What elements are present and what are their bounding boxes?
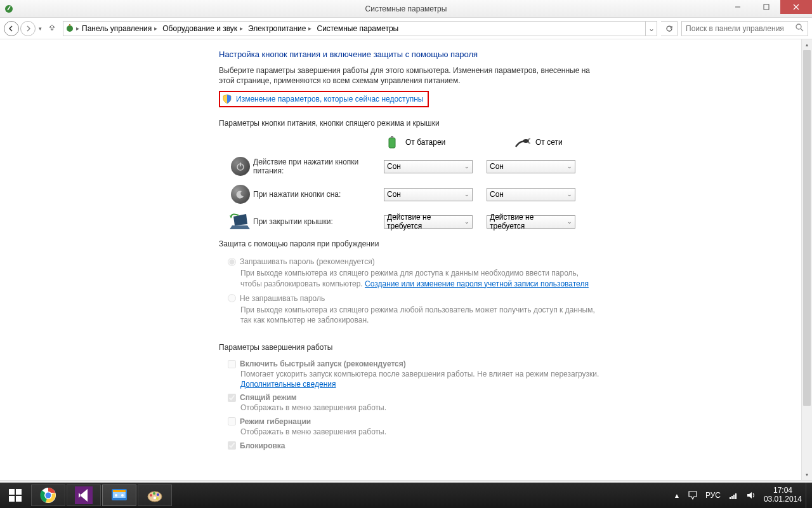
refresh-button[interactable]	[661, 21, 678, 36]
sleep-button-ac-dropdown[interactable]: Сон⌄	[487, 188, 575, 201]
power-button-icon	[228, 157, 253, 176]
sleep-desc: Отображать в меню завершения работы.	[240, 403, 599, 413]
setting-row-sleep-button: При нажатии кнопки сна: Сон⌄ Сон⌄	[219, 185, 599, 204]
checkbox-hibernate: Режим гибернации	[228, 417, 599, 426]
navbar: ▾ ▸ Панель управления▸ Оборудование и зв…	[0, 18, 812, 39]
svg-point-31	[115, 494, 117, 497]
power-button-battery-dropdown[interactable]: Сон⌄	[384, 160, 473, 173]
breadcrumb-item[interactable]: Оборудование и звук▸	[160, 22, 246, 36]
forward-button[interactable]	[20, 21, 36, 36]
svg-rect-22	[16, 496, 22, 502]
svg-rect-9	[389, 138, 395, 148]
svg-rect-41	[733, 495, 735, 499]
svg-rect-39	[730, 497, 731, 499]
section-password-title: Защита с помощью пароля при пробуждении	[219, 239, 599, 248]
setting-row-power-button: Действие при нажатии кнопки питания: Сон…	[219, 157, 599, 176]
location-icon	[63, 23, 76, 34]
svg-point-36	[157, 493, 159, 496]
elevate-link-container: Изменение параметров, которые сейчас нед…	[219, 91, 429, 107]
svg-rect-10	[391, 136, 393, 138]
scroll-thumb[interactable]	[803, 50, 811, 406]
svg-point-7	[796, 24, 801, 29]
svg-line-12	[528, 138, 530, 140]
scroll-down[interactable]: ▾	[802, 469, 812, 480]
breadcrumb-item[interactable]: Панель управления▸	[79, 22, 160, 36]
radio-require-desc: При выходе компьютера из спящего режима …	[240, 268, 596, 288]
close-button[interactable]	[780, 0, 812, 14]
create-password-link[interactable]: Создание или изменение пароля учетной за…	[365, 279, 589, 288]
task-chrome[interactable]	[31, 485, 65, 506]
search-icon[interactable]	[796, 23, 804, 34]
svg-rect-42	[735, 493, 737, 499]
battery-icon	[384, 134, 400, 150]
search-input[interactable]	[686, 24, 787, 33]
checkbox-lock: Блокировка	[228, 441, 599, 450]
radio-no-password: Не запрашивать пароль	[228, 294, 599, 303]
svg-marker-17	[233, 214, 247, 225]
section-buttons-title: Параметры кнопки питания, кнопки спящего…	[219, 119, 599, 128]
back-button[interactable]	[4, 21, 19, 36]
sleep-button-battery-dropdown[interactable]: Сон⌄	[384, 188, 473, 201]
tray-language[interactable]: РУС	[702, 483, 724, 508]
up-button[interactable]	[45, 23, 59, 34]
breadcrumb-item[interactable]: Системные параметры	[314, 22, 401, 36]
recent-dropdown[interactable]: ▾	[37, 25, 44, 32]
tray-overflow[interactable]: ▲	[670, 483, 684, 508]
checkbox-fast-startup: Включить быстрый запуск (рекомендуется)	[228, 359, 599, 368]
breadcrumb[interactable]: ▸ Панель управления▸ Оборудование и звук…	[63, 21, 657, 36]
svg-rect-20	[16, 489, 22, 495]
svg-point-38	[154, 497, 156, 499]
breadcrumb-dropdown[interactable]: ⌄	[645, 22, 657, 36]
task-control-panel[interactable]	[102, 485, 136, 506]
search-box[interactable]	[681, 21, 808, 36]
page-intro: Выберите параметры завершения работы для…	[219, 65, 599, 86]
fast-startup-more-link[interactable]: Дополнительные сведения	[240, 380, 336, 389]
tray-clock[interactable]: 17:0403.01.2014	[760, 483, 806, 508]
page-heading: Настройка кнопок питания и включение защ…	[219, 50, 599, 59]
titlebar: Системные параметры	[0, 0, 812, 18]
show-desktop[interactable]	[806, 483, 811, 508]
minimize-button[interactable]	[723, 0, 752, 14]
tray-volume[interactable]	[742, 483, 760, 508]
svg-point-37	[156, 497, 159, 500]
column-battery: От батареи	[384, 134, 469, 150]
radio-require-password: Запрашивать пароль (рекомендуется)	[228, 257, 599, 266]
change-unavailable-link[interactable]: Изменение параметров, которые сейчас нед…	[236, 95, 424, 104]
setting-row-lid: При закрытии крышки: Действие не требует…	[219, 213, 599, 231]
svg-line-8	[801, 29, 803, 31]
tray-network[interactable]	[724, 483, 742, 508]
task-visual-studio[interactable]	[67, 485, 101, 506]
svg-point-35	[153, 492, 155, 495]
lid-battery-dropdown[interactable]: Действие не требуется⌄	[384, 215, 473, 229]
radio-no-password-input	[228, 294, 236, 302]
window-title: Системные параметры	[365, 4, 447, 13]
power-button-ac-dropdown[interactable]: Сон⌄	[487, 160, 575, 173]
svg-point-5	[67, 25, 73, 32]
fast-startup-desc: Помогает ускорить запуск компьютера посл…	[240, 370, 599, 389]
scrollbar[interactable]: ▴ ▾	[801, 39, 812, 480]
scroll-up[interactable]: ▴	[802, 39, 812, 50]
lid-ac-dropdown[interactable]: Действие не требуется⌄	[487, 215, 575, 229]
radio-no-password-desc: При выходе компьютера из спящего режима …	[240, 305, 596, 325]
content-panel: Настройка кнопок питания и включение защ…	[0, 39, 801, 480]
shield-icon	[222, 94, 232, 104]
svg-marker-16	[230, 225, 250, 229]
tray-action-center[interactable]	[684, 483, 702, 508]
checkbox-sleep: Спящий режим	[228, 393, 599, 402]
sleep-button-icon	[228, 185, 253, 204]
svg-rect-19	[9, 489, 15, 495]
svg-rect-21	[9, 496, 15, 502]
task-paint[interactable]	[138, 485, 172, 506]
svg-rect-6	[69, 24, 70, 26]
svg-line-13	[528, 142, 530, 144]
lid-icon	[228, 213, 253, 231]
maximize-button[interactable]	[752, 0, 780, 14]
taskbar: ▲ РУС 17:0403.01.2014	[0, 483, 812, 508]
breadcrumb-item[interactable]: Электропитание▸	[246, 22, 314, 36]
svg-rect-30	[113, 490, 126, 492]
column-ac: От сети	[514, 134, 599, 150]
hibernate-desc: Отображать в меню завершения работы.	[240, 427, 599, 438]
start-button[interactable]	[0, 483, 30, 508]
plug-icon	[514, 134, 530, 150]
svg-rect-2	[764, 4, 769, 10]
